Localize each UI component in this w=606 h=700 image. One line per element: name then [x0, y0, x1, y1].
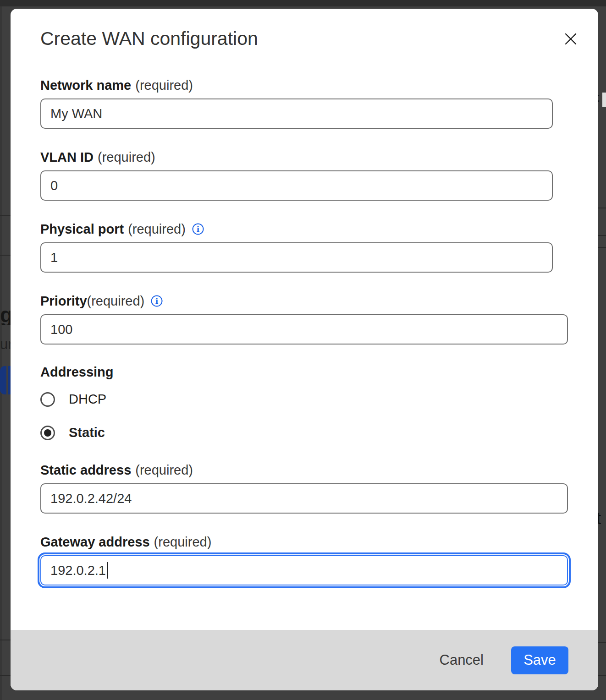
svg-text:i: i: [155, 296, 159, 306]
physical-port-label: Physical port (required) i: [40, 221, 568, 237]
required-hint: (required): [135, 77, 193, 93]
backdrop-line: [0, 640, 11, 640]
network-name-label: Network name (required): [40, 77, 568, 93]
network-name-field: Network name (required): [40, 77, 568, 129]
backdrop-line: [0, 215, 11, 216]
save-button[interactable]: Save: [511, 646, 568, 674]
vlan-id-field: VLAN ID (required): [40, 149, 568, 201]
radio-selected-icon[interactable]: [40, 426, 55, 440]
svg-text:i: i: [197, 224, 200, 234]
backdrop-line: [0, 675, 11, 676]
label-text: Priority: [40, 293, 87, 309]
label-text: Gateway address: [40, 534, 150, 550]
radio-label: Static: [69, 425, 105, 440]
label-text: Network name: [40, 77, 131, 93]
physical-port-input[interactable]: [40, 242, 553, 273]
physical-port-field: Physical port (required) i: [40, 221, 568, 273]
cancel-button[interactable]: Cancel: [435, 648, 489, 672]
gateway-address-field: Gateway address (required) 192.0.2.1: [40, 534, 568, 585]
info-icon[interactable]: i: [192, 223, 204, 235]
label-text: Physical port: [40, 221, 124, 237]
addressing-option-dhcp[interactable]: DHCP: [40, 392, 568, 407]
backdrop-line: [597, 235, 606, 236]
priority-field: Priority (required) i: [40, 293, 568, 345]
info-icon[interactable]: i: [150, 295, 163, 307]
backdrop-line: [597, 247, 606, 248]
label-text: Static address: [40, 462, 131, 478]
required-hint: (required): [87, 293, 145, 309]
addressing-option-static[interactable]: Static: [40, 425, 568, 440]
label-text: VLAN ID: [40, 149, 94, 165]
priority-input[interactable]: [40, 314, 568, 345]
gateway-address-input[interactable]: 192.0.2.1: [40, 555, 568, 585]
gateway-address-label: Gateway address (required): [40, 534, 568, 550]
static-address-input[interactable]: [40, 483, 568, 514]
backdrop-line: [597, 642, 606, 643]
backdrop-blue-button-fragment: [0, 366, 6, 394]
vlan-id-label: VLAN ID (required): [40, 149, 568, 165]
dialog-footer: Cancel Save: [11, 630, 598, 690]
required-hint: (required): [128, 221, 186, 237]
backdrop-line: [0, 255, 11, 256]
backdrop-white-fragment: [602, 93, 606, 107]
required-hint: (required): [154, 534, 212, 550]
gateway-address-value: 192.0.2.1: [50, 563, 106, 578]
network-name-input[interactable]: [40, 98, 553, 129]
priority-label: Priority (required) i: [40, 293, 568, 309]
addressing-heading: Addressing: [40, 364, 568, 380]
dialog-title: Create WAN configuration: [40, 27, 568, 49]
backdrop-text-fragment: ur: [0, 337, 11, 351]
vlan-id-input[interactable]: [40, 170, 553, 201]
radio-unselected-icon[interactable]: [40, 392, 55, 407]
create-wan-configuration-dialog: Create WAN configuration Network name (r…: [11, 9, 598, 690]
backdrop-heading-fragment: gu: [0, 304, 11, 325]
static-address-label: Static address (required): [40, 462, 568, 478]
required-hint: (required): [135, 462, 193, 478]
backdrop-top-strip: [0, 0, 606, 6]
static-address-field: Static address (required): [40, 462, 568, 514]
text-cursor: [107, 562, 108, 579]
radio-label: DHCP: [69, 392, 106, 407]
backdrop-line: [597, 675, 606, 676]
backdrop-line: [597, 208, 606, 208]
required-hint: (required): [98, 149, 155, 165]
